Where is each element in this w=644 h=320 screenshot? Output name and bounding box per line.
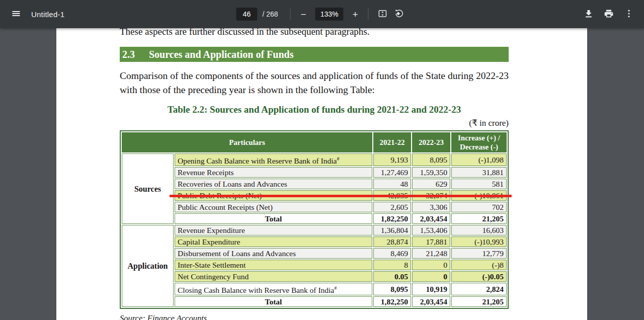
value-2021-22: 2,605 <box>373 202 411 212</box>
value-change: (-)0.05 <box>451 271 507 282</box>
value-2022-23: 8,095 <box>412 153 450 166</box>
group-label-sources: Sources <box>122 153 174 224</box>
row-label: Inter-State Settlement <box>175 260 372 270</box>
value-2022-23: 10,919 <box>412 283 450 295</box>
print-button[interactable] <box>599 4 619 24</box>
toolbar-center: / 268 − 133% + <box>236 0 408 28</box>
value-2021-22: 8 <box>373 260 411 270</box>
row-label: Net Contingency Fund <box>175 271 372 282</box>
row-label: Public Account Receipts (Net) <box>175 202 372 212</box>
red-annotation-line <box>170 195 512 197</box>
fit-to-page-button[interactable] <box>375 4 391 24</box>
menu-button[interactable] <box>6 4 26 24</box>
col-header-change: Increase (+) / Decrease (-) <box>451 132 507 152</box>
rotate-button[interactable] <box>391 4 408 24</box>
intro-paragraph: These aspects are further discussed in t… <box>120 28 509 38</box>
group-label-application: Application <box>122 225 174 307</box>
table-row: Disbursement of Loans and Advances 8,469… <box>122 248 507 259</box>
value-2022-23: 1,59,350 <box>412 167 450 178</box>
row-label: Revenue Expenditure <box>175 225 372 235</box>
page-content: These aspects are further discussed in t… <box>120 28 509 320</box>
hamburger-icon <box>11 9 21 20</box>
value-2022-23: 2,03,454 <box>412 296 450 307</box>
fit-to-page-icon <box>378 9 388 20</box>
footnote-marker: # <box>337 156 339 162</box>
value-2022-23: 17,881 <box>412 236 450 247</box>
funds-table-container: Particulars 2021-22 2022-23 Increase (+)… <box>120 130 509 309</box>
value-2022-23: 3,306 <box>412 202 450 212</box>
row-label: Recoveries of Loans and Advances <box>175 179 372 189</box>
value-change: 12,779 <box>451 248 507 259</box>
table-row: Capital Expenditure 28,874 17,881 (-)10,… <box>122 236 507 247</box>
toolbar-right <box>579 4 644 24</box>
value-2021-22: 0.05 <box>373 271 411 282</box>
table-row: Application Revenue Expenditure 1,36,804… <box>122 225 507 235</box>
value-2021-22: 8,095 <box>373 283 411 295</box>
document-title: Untitled-1 <box>31 10 64 19</box>
zoom-in-button[interactable]: + <box>348 8 362 21</box>
toolbar-divider <box>368 9 369 20</box>
value-change: 21,205 <box>451 296 507 307</box>
print-icon <box>604 9 614 20</box>
value-2021-22: 1,36,804 <box>373 225 411 235</box>
table-row: Revenue Receipts 1,27,469 1,59,350 31,88… <box>122 167 507 178</box>
pdf-viewer-toolbar: Untitled-1 / 268 − 133% + <box>0 0 644 28</box>
value-2021-22: 1,27,469 <box>373 167 411 178</box>
table-row: Public Account Receipts (Net) 2,605 3,30… <box>122 202 507 212</box>
unit-note: (₹ in crore) <box>120 118 509 128</box>
table-row: Net Contingency Fund 0.05 0 (-)0.05 <box>122 271 507 282</box>
value-change: 31,881 <box>451 167 507 178</box>
value-2022-23: 0 <box>412 271 450 282</box>
value-2021-22: 1,82,250 <box>373 296 411 307</box>
value-2022-23: 629 <box>412 179 450 189</box>
download-icon <box>584 9 594 20</box>
zoom-level-display[interactable]: 133% <box>315 8 344 21</box>
value-change: 581 <box>451 179 507 189</box>
zoom-out-button[interactable]: − <box>297 8 310 21</box>
col-header-2022-23: 2022-23 <box>412 132 450 152</box>
value-2021-22: 48 <box>373 179 411 189</box>
rotate-icon <box>394 9 405 20</box>
row-label: Revenue Receipts <box>175 167 372 178</box>
page-number-input[interactable] <box>236 8 257 21</box>
table-row: Recoveries of Loans and Advances 48 629 … <box>122 179 507 189</box>
source-note: Source: Finance Accounts <box>120 313 509 320</box>
table-caption: Table 2.2: Sources and Application of fu… <box>120 104 509 115</box>
application-total-row: Total 1,82,250 2,03,454 21,205 <box>122 296 507 307</box>
more-options-button[interactable] <box>619 4 639 24</box>
value-2021-22: 9,193 <box>373 153 411 166</box>
value-change: 21,205 <box>451 213 507 224</box>
sources-total-row: Total 1,82,250 2,03,454 21,205 <box>122 213 507 224</box>
row-label: Total <box>175 296 372 307</box>
download-button[interactable] <box>579 4 599 24</box>
header-row: Particulars 2021-22 2022-23 Increase (+)… <box>122 132 507 152</box>
section-number: 2.3 <box>120 49 149 60</box>
value-change: (-)1,098 <box>451 153 507 166</box>
table-row: Closing Cash Balance with Reserve Bank o… <box>122 283 507 295</box>
pdf-page: These aspects are further discussed in t… <box>56 28 587 320</box>
section-heading: 2.3 Sources and Application of Funds <box>120 47 509 62</box>
row-label: Total <box>175 213 372 224</box>
value-2022-23: 1,53,406 <box>412 225 450 235</box>
value-2022-23: 2,03,454 <box>412 213 450 224</box>
col-header-2021-22: 2021-22 <box>373 132 411 152</box>
value-2022-23: 0 <box>412 260 450 270</box>
value-2021-22: 8,469 <box>373 248 411 259</box>
value-change: 702 <box>451 202 507 212</box>
row-label: Closing Cash Balance with Reserve Bank o… <box>175 283 372 295</box>
value-change: 16,603 <box>451 225 507 235</box>
value-2021-22: 28,874 <box>373 236 411 247</box>
more-vert-icon <box>624 9 634 20</box>
value-2021-22: 1,82,250 <box>373 213 411 224</box>
value-change: 2,824 <box>451 283 507 295</box>
toolbar-left: Untitled-1 <box>0 4 64 24</box>
funds-table: Particulars 2021-22 2022-23 Increase (+)… <box>120 130 509 309</box>
footnote-marker: # <box>334 285 337 291</box>
value-change: (-)8 <box>451 260 507 270</box>
section-title: Sources and Application of Funds <box>149 49 294 60</box>
row-label: Disbursement of Loans and Advances <box>175 248 372 259</box>
body-paragraph: Comparison of the components of the sour… <box>120 69 509 97</box>
table-row: Inter-State Settlement 8 0 (-)8 <box>122 260 507 270</box>
page-count-label: / 268 <box>262 10 278 18</box>
document-viewer[interactable]: These aspects are further discussed in t… <box>0 28 644 320</box>
